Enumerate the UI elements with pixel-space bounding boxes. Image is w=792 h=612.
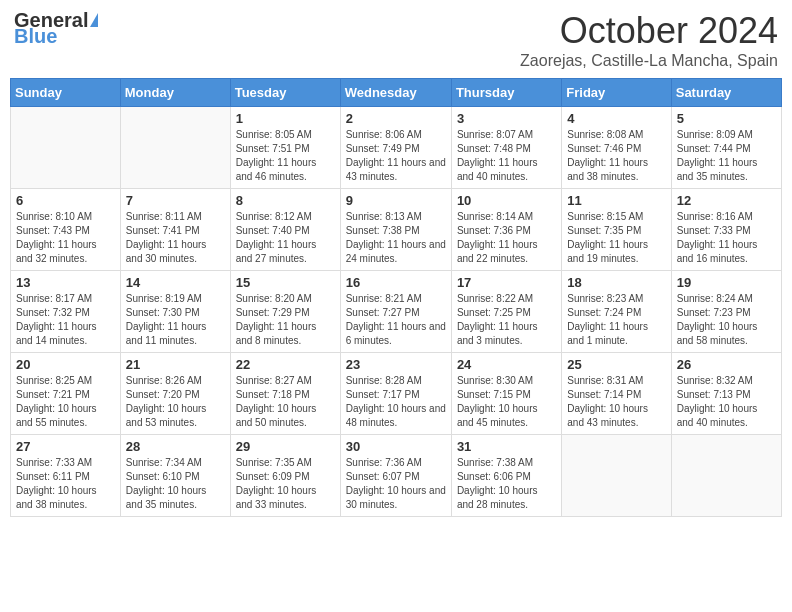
calendar-cell: 20Sunrise: 8:25 AM Sunset: 7:21 PM Dayli… bbox=[11, 353, 121, 435]
day-info: Sunrise: 8:15 AM Sunset: 7:35 PM Dayligh… bbox=[567, 210, 665, 266]
calendar-cell: 23Sunrise: 8:28 AM Sunset: 7:17 PM Dayli… bbox=[340, 353, 451, 435]
day-info: Sunrise: 7:34 AM Sunset: 6:10 PM Dayligh… bbox=[126, 456, 225, 512]
day-info: Sunrise: 7:35 AM Sunset: 6:09 PM Dayligh… bbox=[236, 456, 335, 512]
day-info: Sunrise: 8:30 AM Sunset: 7:15 PM Dayligh… bbox=[457, 374, 556, 430]
title-block: October 2024 Zaorejas, Castille-La Manch… bbox=[520, 10, 778, 70]
day-number: 24 bbox=[457, 357, 556, 372]
day-info: Sunrise: 8:28 AM Sunset: 7:17 PM Dayligh… bbox=[346, 374, 446, 430]
calendar-cell: 8Sunrise: 8:12 AM Sunset: 7:40 PM Daylig… bbox=[230, 189, 340, 271]
day-number: 4 bbox=[567, 111, 665, 126]
logo-blue-text: Blue bbox=[14, 26, 57, 46]
day-info: Sunrise: 8:09 AM Sunset: 7:44 PM Dayligh… bbox=[677, 128, 776, 184]
day-number: 1 bbox=[236, 111, 335, 126]
day-number: 14 bbox=[126, 275, 225, 290]
day-number: 17 bbox=[457, 275, 556, 290]
day-info: Sunrise: 8:13 AM Sunset: 7:38 PM Dayligh… bbox=[346, 210, 446, 266]
day-number: 26 bbox=[677, 357, 776, 372]
calendar-week-row: 13Sunrise: 8:17 AM Sunset: 7:32 PM Dayli… bbox=[11, 271, 782, 353]
calendar-cell: 17Sunrise: 8:22 AM Sunset: 7:25 PM Dayli… bbox=[451, 271, 561, 353]
calendar-cell: 24Sunrise: 8:30 AM Sunset: 7:15 PM Dayli… bbox=[451, 353, 561, 435]
day-number: 16 bbox=[346, 275, 446, 290]
day-header-thursday: Thursday bbox=[451, 79, 561, 107]
calendar-week-row: 6Sunrise: 8:10 AM Sunset: 7:43 PM Daylig… bbox=[11, 189, 782, 271]
day-number: 28 bbox=[126, 439, 225, 454]
calendar-cell: 27Sunrise: 7:33 AM Sunset: 6:11 PM Dayli… bbox=[11, 435, 121, 517]
day-number: 31 bbox=[457, 439, 556, 454]
day-number: 12 bbox=[677, 193, 776, 208]
calendar-cell bbox=[120, 107, 230, 189]
day-number: 7 bbox=[126, 193, 225, 208]
day-info: Sunrise: 8:23 AM Sunset: 7:24 PM Dayligh… bbox=[567, 292, 665, 348]
day-info: Sunrise: 8:07 AM Sunset: 7:48 PM Dayligh… bbox=[457, 128, 556, 184]
day-header-tuesday: Tuesday bbox=[230, 79, 340, 107]
calendar-cell: 6Sunrise: 8:10 AM Sunset: 7:43 PM Daylig… bbox=[11, 189, 121, 271]
calendar-cell: 2Sunrise: 8:06 AM Sunset: 7:49 PM Daylig… bbox=[340, 107, 451, 189]
calendar-cell: 26Sunrise: 8:32 AM Sunset: 7:13 PM Dayli… bbox=[671, 353, 781, 435]
day-header-sunday: Sunday bbox=[11, 79, 121, 107]
calendar-table: SundayMondayTuesdayWednesdayThursdayFrid… bbox=[10, 78, 782, 517]
day-info: Sunrise: 8:25 AM Sunset: 7:21 PM Dayligh… bbox=[16, 374, 115, 430]
calendar-body: 1Sunrise: 8:05 AM Sunset: 7:51 PM Daylig… bbox=[11, 107, 782, 517]
day-info: Sunrise: 8:11 AM Sunset: 7:41 PM Dayligh… bbox=[126, 210, 225, 266]
calendar-cell: 5Sunrise: 8:09 AM Sunset: 7:44 PM Daylig… bbox=[671, 107, 781, 189]
day-info: Sunrise: 7:33 AM Sunset: 6:11 PM Dayligh… bbox=[16, 456, 115, 512]
calendar-cell: 9Sunrise: 8:13 AM Sunset: 7:38 PM Daylig… bbox=[340, 189, 451, 271]
calendar-cell: 31Sunrise: 7:38 AM Sunset: 6:06 PM Dayli… bbox=[451, 435, 561, 517]
day-info: Sunrise: 8:05 AM Sunset: 7:51 PM Dayligh… bbox=[236, 128, 335, 184]
day-number: 18 bbox=[567, 275, 665, 290]
day-number: 11 bbox=[567, 193, 665, 208]
day-info: Sunrise: 7:38 AM Sunset: 6:06 PM Dayligh… bbox=[457, 456, 556, 512]
day-number: 30 bbox=[346, 439, 446, 454]
logo-triangle-icon bbox=[90, 13, 98, 27]
calendar-cell: 10Sunrise: 8:14 AM Sunset: 7:36 PM Dayli… bbox=[451, 189, 561, 271]
calendar-cell: 18Sunrise: 8:23 AM Sunset: 7:24 PM Dayli… bbox=[562, 271, 671, 353]
day-number: 6 bbox=[16, 193, 115, 208]
month-title: October 2024 bbox=[520, 10, 778, 52]
day-number: 3 bbox=[457, 111, 556, 126]
page-header: General Blue October 2024 Zaorejas, Cast… bbox=[10, 10, 782, 70]
day-number: 19 bbox=[677, 275, 776, 290]
day-header-monday: Monday bbox=[120, 79, 230, 107]
day-number: 15 bbox=[236, 275, 335, 290]
day-info: Sunrise: 8:32 AM Sunset: 7:13 PM Dayligh… bbox=[677, 374, 776, 430]
calendar-cell: 15Sunrise: 8:20 AM Sunset: 7:29 PM Dayli… bbox=[230, 271, 340, 353]
calendar-cell: 30Sunrise: 7:36 AM Sunset: 6:07 PM Dayli… bbox=[340, 435, 451, 517]
calendar-cell: 4Sunrise: 8:08 AM Sunset: 7:46 PM Daylig… bbox=[562, 107, 671, 189]
day-info: Sunrise: 8:06 AM Sunset: 7:49 PM Dayligh… bbox=[346, 128, 446, 184]
day-info: Sunrise: 8:10 AM Sunset: 7:43 PM Dayligh… bbox=[16, 210, 115, 266]
day-info: Sunrise: 8:26 AM Sunset: 7:20 PM Dayligh… bbox=[126, 374, 225, 430]
calendar-cell: 22Sunrise: 8:27 AM Sunset: 7:18 PM Dayli… bbox=[230, 353, 340, 435]
day-header-saturday: Saturday bbox=[671, 79, 781, 107]
day-number: 25 bbox=[567, 357, 665, 372]
calendar-cell bbox=[11, 107, 121, 189]
calendar-cell: 16Sunrise: 8:21 AM Sunset: 7:27 PM Dayli… bbox=[340, 271, 451, 353]
day-header-wednesday: Wednesday bbox=[340, 79, 451, 107]
calendar-cell bbox=[671, 435, 781, 517]
calendar-cell: 14Sunrise: 8:19 AM Sunset: 7:30 PM Dayli… bbox=[120, 271, 230, 353]
day-info: Sunrise: 8:17 AM Sunset: 7:32 PM Dayligh… bbox=[16, 292, 115, 348]
calendar-cell: 28Sunrise: 7:34 AM Sunset: 6:10 PM Dayli… bbox=[120, 435, 230, 517]
day-number: 10 bbox=[457, 193, 556, 208]
day-number: 9 bbox=[346, 193, 446, 208]
calendar-cell: 25Sunrise: 8:31 AM Sunset: 7:14 PM Dayli… bbox=[562, 353, 671, 435]
day-header-friday: Friday bbox=[562, 79, 671, 107]
calendar-week-row: 1Sunrise: 8:05 AM Sunset: 7:51 PM Daylig… bbox=[11, 107, 782, 189]
calendar-cell: 12Sunrise: 8:16 AM Sunset: 7:33 PM Dayli… bbox=[671, 189, 781, 271]
logo: General Blue bbox=[14, 10, 98, 46]
day-number: 20 bbox=[16, 357, 115, 372]
day-info: Sunrise: 8:24 AM Sunset: 7:23 PM Dayligh… bbox=[677, 292, 776, 348]
day-number: 23 bbox=[346, 357, 446, 372]
day-info: Sunrise: 8:27 AM Sunset: 7:18 PM Dayligh… bbox=[236, 374, 335, 430]
day-info: Sunrise: 7:36 AM Sunset: 6:07 PM Dayligh… bbox=[346, 456, 446, 512]
day-info: Sunrise: 8:16 AM Sunset: 7:33 PM Dayligh… bbox=[677, 210, 776, 266]
day-info: Sunrise: 8:31 AM Sunset: 7:14 PM Dayligh… bbox=[567, 374, 665, 430]
day-info: Sunrise: 8:08 AM Sunset: 7:46 PM Dayligh… bbox=[567, 128, 665, 184]
calendar-cell: 21Sunrise: 8:26 AM Sunset: 7:20 PM Dayli… bbox=[120, 353, 230, 435]
calendar-cell: 3Sunrise: 8:07 AM Sunset: 7:48 PM Daylig… bbox=[451, 107, 561, 189]
day-info: Sunrise: 8:19 AM Sunset: 7:30 PM Dayligh… bbox=[126, 292, 225, 348]
calendar-header-row: SundayMondayTuesdayWednesdayThursdayFrid… bbox=[11, 79, 782, 107]
day-number: 27 bbox=[16, 439, 115, 454]
calendar-week-row: 27Sunrise: 7:33 AM Sunset: 6:11 PM Dayli… bbox=[11, 435, 782, 517]
day-info: Sunrise: 8:12 AM Sunset: 7:40 PM Dayligh… bbox=[236, 210, 335, 266]
day-number: 29 bbox=[236, 439, 335, 454]
